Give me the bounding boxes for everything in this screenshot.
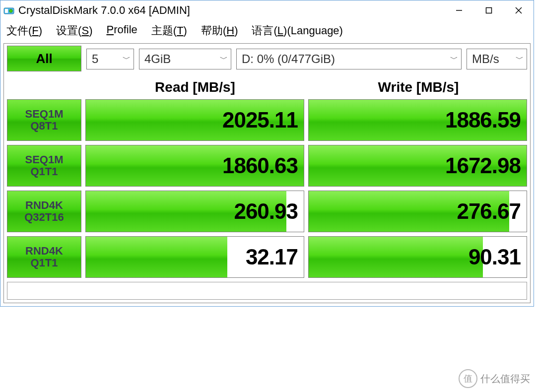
menu-file[interactable]: 文件(F) — [6, 23, 42, 38]
test-label-1: SEQ1M — [25, 154, 63, 166]
footer-empty-row — [7, 282, 527, 300]
test-count-select[interactable]: 5 ﹀ — [86, 49, 134, 69]
write-bar — [309, 237, 483, 277]
chevron-down-icon: ﹀ — [216, 54, 228, 65]
chevron-down-icon: ﹀ — [119, 54, 131, 65]
test-label-1: RND4K — [25, 199, 63, 211]
unit-value: MB/s — [472, 52, 499, 66]
svg-rect-1 — [5, 9, 8, 13]
run-test-button-3[interactable]: RND4KQ1T1 — [7, 236, 81, 278]
menu-help[interactable]: 帮助(H) — [201, 23, 238, 38]
result-row: SEQ1MQ1T11860.631672.98 — [7, 145, 527, 187]
run-all-button[interactable]: All — [7, 46, 81, 71]
test-count-value: 5 — [92, 52, 98, 66]
write-cell: 1672.98 — [308, 145, 527, 187]
maximize-button[interactable] — [474, 0, 504, 20]
read-cell: 32.17 — [85, 236, 304, 278]
results-grid: SEQ1MQ8T12025.111886.59SEQ1MQ1T11860.631… — [4, 99, 530, 278]
test-label-2: Q8T1 — [30, 120, 58, 132]
menu-settings[interactable]: 设置(S) — [56, 23, 92, 38]
test-label-1: SEQ1M — [25, 108, 63, 120]
result-row: SEQ1MQ8T12025.111886.59 — [7, 99, 527, 141]
main-panel: All 5 ﹀ 4GiB ﹀ D: 0% (0/477GiB) ﹀ MB/s ﹀… — [3, 43, 531, 303]
chevron-down-icon: ﹀ — [446, 54, 458, 65]
result-row: RND4KQ32T16260.93276.67 — [7, 191, 527, 232]
menu-profile[interactable]: Profile — [106, 23, 137, 38]
drive-select[interactable]: D: 0% (0/477GiB) ﹀ — [236, 49, 462, 69]
write-value: 1672.98 — [445, 153, 527, 178]
write-value: 1886.59 — [445, 108, 527, 132]
chevron-down-icon: ﹀ — [512, 54, 524, 65]
svg-rect-4 — [486, 8, 492, 13]
read-value: 1860.63 — [222, 153, 304, 178]
controls-row: All 5 ﹀ 4GiB ﹀ D: 0% (0/477GiB) ﹀ MB/s ﹀ — [4, 44, 530, 75]
result-row: RND4KQ1T132.1790.31 — [7, 236, 527, 278]
read-cell: 260.93 — [85, 191, 304, 232]
test-label-2: Q1T1 — [30, 257, 58, 269]
header-read: Read [MB/s] — [83, 75, 307, 99]
run-test-button-2[interactable]: RND4KQ32T16 — [7, 191, 81, 232]
run-test-button-1[interactable]: SEQ1MQ1T1 — [7, 145, 81, 187]
menubar: 文件(F) 设置(S) Profile 主题(T) 帮助(H) 语言(L)(La… — [0, 20, 534, 43]
read-cell: 2025.11 — [85, 99, 304, 141]
minimize-button[interactable] — [444, 0, 474, 20]
write-value: 276.67 — [457, 199, 527, 224]
run-test-button-0[interactable]: SEQ1MQ8T1 — [7, 99, 81, 141]
test-label-2: Q32T16 — [24, 211, 64, 223]
app-icon — [3, 5, 14, 16]
app-window: CrystalDiskMark 7.0.0 x64 [ADMIN] 文件(F) … — [0, 0, 534, 307]
read-value: 32.17 — [246, 245, 304, 269]
unit-select[interactable]: MB/s ﹀ — [467, 49, 527, 69]
test-label-1: RND4K — [25, 245, 63, 257]
header-write: Write [MB/s] — [307, 75, 530, 99]
titlebar: CrystalDiskMark 7.0.0 x64 [ADMIN] — [0, 0, 534, 20]
drive-value: D: 0% (0/477GiB) — [242, 52, 335, 66]
test-size-value: 4GiB — [144, 52, 171, 66]
menu-language[interactable]: 语言(L)(Language) — [252, 23, 342, 38]
write-cell: 276.67 — [308, 191, 527, 232]
write-cell: 90.31 — [308, 236, 527, 278]
window-title: CrystalDiskMark 7.0.0 x64 [ADMIN] — [18, 4, 190, 17]
write-cell: 1886.59 — [308, 99, 527, 141]
read-value: 2025.11 — [222, 108, 304, 132]
test-label-2: Q1T1 — [30, 166, 58, 178]
menu-theme[interactable]: 主题(T) — [151, 23, 187, 38]
column-headers: Read [MB/s] Write [MB/s] — [4, 75, 530, 99]
svg-point-2 — [9, 9, 12, 12]
test-size-select[interactable]: 4GiB ﹀ — [139, 49, 231, 69]
write-value: 90.31 — [469, 245, 527, 269]
read-value: 260.93 — [234, 199, 304, 224]
close-button[interactable] — [504, 0, 534, 20]
read-bar — [86, 237, 227, 277]
read-cell: 1860.63 — [85, 145, 304, 187]
